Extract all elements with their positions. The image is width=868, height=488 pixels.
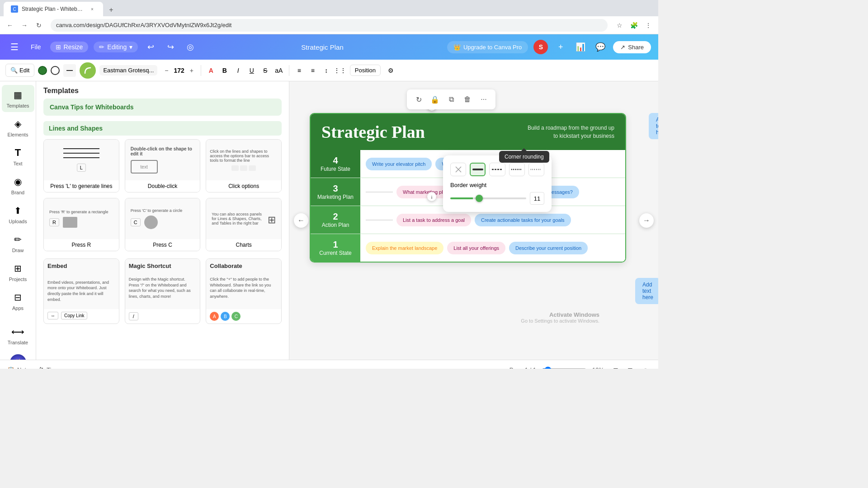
template-card-rectangle[interactable]: Press 'R' to generate a rectangle R Pres…	[43, 198, 119, 251]
line-spacing-button[interactable]: ↕	[320, 64, 333, 77]
next-canvas-button[interactable]: →	[639, 213, 654, 228]
editing-button[interactable]: ✏ Editing ▾	[94, 42, 138, 52]
template-card-circle[interactable]: Press 'C' to generate a circle C Press C	[125, 198, 201, 251]
doubleclick-text: Double-click on the shape to edit it	[131, 146, 195, 156]
template-card-lines[interactable]: L Press 'L' to generate lines	[43, 139, 119, 192]
case-button[interactable]: aA	[273, 64, 285, 77]
collaborate-desc: Click the "+" to add people to the White…	[206, 273, 281, 309]
draw-icon: ✏	[12, 233, 24, 246]
upgrade-button[interactable]: 👑 Upgrade to Canva Pro	[447, 41, 528, 53]
comments-button[interactable]: 💬	[593, 40, 608, 54]
sidebar-item-apps[interactable]: ⊟ Apps	[2, 287, 34, 314]
browser-menu-button[interactable]: ⋮	[642, 19, 655, 32]
magic-shortcut-card[interactable]: Magic Shortcut Design with the Magic sho…	[125, 258, 201, 324]
sidebar-item-projects[interactable]: ⊞ Projects	[2, 258, 34, 286]
fill-color-button[interactable]	[38, 66, 47, 75]
magic-shortcut-desc: Design with the Magic shortcut. Press "/…	[125, 273, 200, 309]
view-buttons: ⊟ ⊞ ⤢	[609, 364, 651, 369]
app-container: ☰ File ⊞ Resize ✏ Editing ▾ ↩ ↪ ◎ Strate…	[0, 34, 658, 369]
options-preview: Click on the lines and shapes to access …	[206, 140, 281, 180]
canvas-area[interactable]: ↻ 🔒 ⧉ 🗑 ··· ← → ↑ ↓	[289, 81, 658, 360]
corner-rounding-button[interactable]	[80, 62, 96, 79]
analytics-button[interactable]: 📊	[573, 40, 588, 54]
floating-text-5[interactable]: Add text here	[635, 278, 658, 304]
sidebar-item-text[interactable]: T Text	[2, 143, 34, 170]
refresh-button[interactable]: ↻	[33, 19, 45, 32]
edit-button[interactable]: 🔍 Edit	[5, 64, 34, 77]
template-card-doubleclick[interactable]: Double-click on the shape to edit it tex…	[125, 139, 201, 192]
template-card-charts[interactable]: You can also access panels for Lines & S…	[206, 198, 282, 251]
dashed1-border-icon	[492, 169, 503, 170]
underline-button[interactable]: U	[245, 64, 258, 77]
floating-text-1[interactable]: Add text here	[649, 113, 658, 139]
more-actions-button[interactable]: ···	[477, 93, 490, 106]
timer-button[interactable]: ⏱ Timer	[38, 366, 61, 369]
refresh-selection-button[interactable]: ↻	[412, 93, 425, 106]
resize-button[interactable]: ⊞ Resize	[50, 42, 89, 52]
border-dashed1-option[interactable]	[489, 163, 505, 176]
collaborate-header: Collaborate	[206, 259, 281, 273]
magic-button[interactable]: ◎	[183, 40, 198, 54]
border-weight-slider[interactable]	[450, 197, 526, 199]
border-weight-value[interactable]: 11	[530, 192, 544, 205]
template-card-options[interactable]: Click on the lines and shapes to access …	[206, 139, 282, 192]
border-none-option[interactable]	[450, 163, 466, 176]
notes-button[interactable]: 📋 Notes	[7, 366, 33, 369]
sidebar-item-magic-media[interactable]: ✨ Magic Media	[2, 351, 34, 360]
hamburger-menu-button[interactable]: ☰	[7, 40, 22, 54]
sidebar-item-brand[interactable]: ◉ Brand	[2, 172, 34, 199]
back-button[interactable]: ←	[4, 19, 16, 32]
forward-button[interactable]: →	[18, 19, 31, 32]
redo-button[interactable]: ↪	[163, 40, 178, 54]
extensions-button[interactable]: 🧩	[627, 19, 640, 32]
add-button[interactable]: +	[553, 40, 568, 54]
font-family-selector[interactable]: Eastman Grotesq...	[99, 65, 157, 75]
list-view-button[interactable]: ⊞	[624, 364, 637, 369]
fullscreen-button[interactable]: ⤢	[638, 364, 651, 369]
file-menu-button[interactable]: File	[27, 42, 45, 52]
embed-card[interactable]: Embed Embed videos, presentations, and m…	[43, 258, 119, 324]
bottom-arrow-handle[interactable]: ↓	[427, 192, 436, 201]
bold-button[interactable]: B	[218, 64, 231, 77]
delete-button[interactable]: 🗑	[461, 93, 474, 106]
border-dotted-option[interactable]	[528, 163, 544, 176]
user-avatar[interactable]: S	[533, 40, 548, 54]
tips-header-text: Canva Tips for Whiteboards	[50, 103, 134, 111]
text-color-button[interactable]: A	[205, 64, 217, 77]
font-size-value[interactable]: 172	[174, 67, 184, 74]
new-tab-button[interactable]: +	[105, 4, 118, 16]
notes-label: Notes	[17, 366, 33, 369]
strikethrough-button[interactable]: S	[259, 64, 272, 77]
border-solid-option[interactable]	[470, 163, 486, 176]
border-dashed2-option[interactable]	[509, 163, 525, 176]
sidebar-item-translate[interactable]: ⟷ Translate	[2, 322, 34, 349]
decrease-font-size-button[interactable]: −	[161, 65, 172, 76]
dashed2-border-icon	[511, 169, 522, 170]
sidebar-apps-label: Apps	[12, 305, 24, 311]
position-button[interactable]: Position	[350, 65, 381, 76]
sidebar-item-templates[interactable]: ▦ Templates	[2, 85, 34, 112]
collaborate-card[interactable]: Collaborate Click the "+" to add people …	[206, 258, 282, 324]
share-button[interactable]: ↗ Share	[613, 41, 651, 53]
increase-font-size-button[interactable]: +	[186, 65, 197, 76]
copy-button[interactable]: ⧉	[445, 93, 458, 106]
list-button[interactable]: ≡	[307, 64, 319, 77]
bookmark-button[interactable]: ☆	[613, 19, 626, 32]
zoom-slider[interactable]	[542, 366, 587, 369]
grid-view-button[interactable]: ⊟	[609, 364, 622, 369]
line-controls: L	[77, 164, 86, 172]
stroke-color-button[interactable]	[51, 66, 60, 75]
active-tab[interactable]: C Strategic Plan - Whiteboard - C... ×	[4, 2, 103, 16]
more-options-button[interactable]: ⚙	[384, 64, 397, 77]
address-bar[interactable]: canva.com/design/DAGUfChRxrA/3RYXVOdVMyt…	[51, 19, 608, 32]
tab-close-button[interactable]: ×	[89, 5, 96, 13]
border-style-button[interactable]	[63, 64, 76, 77]
undo-button[interactable]: ↩	[143, 40, 158, 54]
sidebar-item-uploads[interactable]: ⬆ Uploads	[2, 201, 34, 228]
lock-button[interactable]: 🔒	[429, 93, 441, 106]
effects-button[interactable]: ⋮⋮	[334, 64, 346, 77]
text-align-button[interactable]: ≡	[293, 64, 306, 77]
italic-button[interactable]: I	[232, 64, 245, 77]
sidebar-item-draw[interactable]: ✏ Draw	[2, 230, 34, 257]
sidebar-item-elements[interactable]: ◈ Elements	[2, 114, 34, 141]
